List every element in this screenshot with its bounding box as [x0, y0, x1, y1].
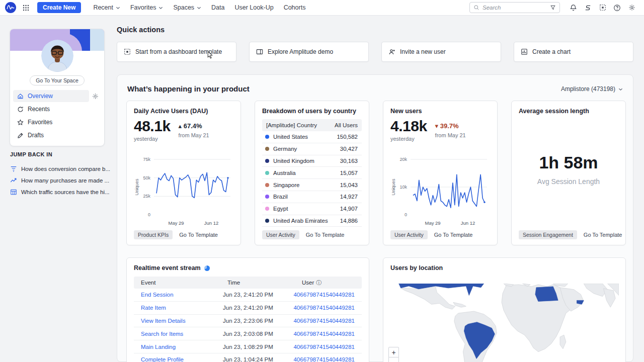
overview-settings-gear-icon[interactable]	[89, 93, 101, 100]
journeys-path-icon[interactable]	[581, 4, 595, 12]
quick-action-start-from-a-dashboard-template[interactable]: Start from a dashboard template	[117, 42, 236, 62]
event-link[interactable]: View Item Details	[141, 318, 223, 324]
svg-text:Jun 12: Jun 12	[204, 220, 219, 226]
chevron-down-icon	[116, 7, 120, 10]
country-go-to-template-link[interactable]: Go To Template	[306, 232, 345, 238]
chart-icon	[521, 48, 528, 55]
dau-tag[interactable]: Product KPIs	[134, 230, 173, 239]
profile-card: Go To Your Space OverviewRecentsFavorite…	[10, 29, 105, 146]
quick-action-invite-a-new-user[interactable]: Invite a new user	[381, 42, 501, 62]
jump-back-item[interactable]: Which traffic sources have the hi...	[10, 186, 110, 198]
nav-item-favorites[interactable]: Favorites	[125, 0, 168, 16]
nav-item-spaces[interactable]: Spaces	[168, 0, 206, 16]
nav-item-cohorts[interactable]: Cohorts	[279, 0, 311, 16]
dau-card: Daily Active Users (DAU) 48.1k yesterday…	[126, 101, 241, 245]
svg-text:0: 0	[148, 212, 150, 217]
create-new-button[interactable]: Create New	[37, 2, 81, 13]
sidebar-item-overview[interactable]: Overview	[13, 90, 89, 102]
product-overview-panel: What’s happening in your product Amplist…	[117, 74, 633, 362]
sidebar-item-drafts[interactable]: Drafts	[13, 129, 101, 141]
country-row: Brazil14,927	[262, 191, 362, 203]
dau-delta-caption: from May 21	[179, 132, 209, 138]
recents-icon	[17, 106, 24, 113]
world-map[interactable]	[390, 284, 619, 362]
event-link[interactable]: Main Landing	[141, 344, 223, 350]
event-link[interactable]: End Session	[141, 292, 223, 298]
avatar[interactable]	[41, 40, 73, 72]
new-users-tag[interactable]: User Activity	[390, 230, 428, 239]
country-tag[interactable]: User Activity	[262, 230, 299, 239]
line-chart-icon	[10, 177, 17, 184]
session-length-value: 1h 58m	[519, 153, 618, 172]
notifications-bell-icon[interactable]	[566, 4, 581, 12]
app-grid-icon[interactable]	[19, 5, 32, 11]
chevron-down-icon	[618, 88, 623, 91]
nav-item-recent[interactable]: Recent	[88, 0, 125, 16]
session-card-title: Average session length	[519, 108, 618, 115]
new-users-sparkline-chart: 010k20kMay 29Jun 12Uniques	[390, 153, 491, 229]
map-zoom-in-button[interactable]: +	[388, 347, 399, 357]
event-time: Jun 23, 1:04:24 PM	[223, 356, 293, 362]
new-users-value-caption: yesterday	[390, 136, 427, 142]
event-table-row: End SessionJun 23, 2:41:20 PM40667987415…	[134, 289, 362, 302]
search-box[interactable]	[469, 2, 560, 13]
users-by-location-card: Users by location	[383, 257, 626, 362]
new-users-card-title: New users	[390, 108, 490, 115]
event-user-link[interactable]: 4066798741540449281	[293, 292, 355, 298]
map-india-fragment	[604, 289, 616, 307]
amplitude-logo-icon[interactable]	[5, 2, 16, 13]
session-go-to-template-link[interactable]: Go To Template	[584, 232, 622, 238]
search-filter-funnel-icon[interactable]	[550, 5, 556, 11]
info-icon[interactable]: ⓘ	[316, 280, 321, 286]
quick-action-explore-amplitude-demo[interactable]: Explore Amplitude demo	[249, 42, 369, 62]
country-color-dot	[265, 207, 269, 211]
event-user-link[interactable]: 4066798741540449281	[293, 331, 355, 337]
country-row: United States150,582	[262, 131, 362, 143]
nav-item-user-look-up[interactable]: User Look-Up	[230, 0, 279, 16]
jump-back-item[interactable]: How does conversion compare b...	[10, 163, 110, 174]
help-circle-icon[interactable]	[610, 4, 624, 12]
go-to-your-space-button[interactable]: Go To Your Space	[30, 75, 84, 85]
svg-text:20k: 20k	[399, 157, 407, 162]
new-users-delta: ▾ 39.7%	[435, 122, 466, 130]
chevron-down-icon	[197, 7, 201, 10]
event-user-link[interactable]: 4066798741540449281	[293, 305, 355, 311]
event-link[interactable]: Complete Profile	[141, 356, 223, 362]
settings-gear-icon[interactable]	[624, 4, 639, 11]
jump-back-item[interactable]: How many purchases are made ...	[10, 174, 110, 186]
svg-text:Jun 12: Jun 12	[461, 220, 475, 226]
event-time: Jun 23, 2:41:20 PM	[223, 305, 293, 311]
search-input[interactable]	[482, 5, 547, 11]
event-user-link[interactable]: 4066798741540449281	[293, 356, 355, 362]
event-link[interactable]: Rate Item	[141, 305, 223, 311]
browser-icon	[256, 48, 263, 55]
country-row: United Kingdom30,163	[262, 155, 362, 167]
sidebar-item-recents[interactable]: Recents	[13, 103, 101, 115]
session-tag[interactable]: Session Engagement	[519, 230, 577, 239]
realtime-event-stream-card: Realtime event stream Event Time Userⓘ E…	[126, 257, 369, 362]
country-card-title: Breakdown of users by country	[262, 108, 362, 115]
country-row: Singapore15,043	[262, 179, 362, 191]
dau-value-caption: yesterday	[134, 136, 171, 142]
country-table-header: [Amplitude] CountryAll Users	[262, 119, 362, 131]
templates-dashed-square-icon[interactable]	[595, 4, 610, 11]
realtime-title: Realtime event stream	[134, 264, 201, 272]
country-color-dot	[265, 135, 269, 139]
nav-item-data[interactable]: Data	[206, 0, 229, 16]
svg-text:May 29: May 29	[169, 220, 184, 226]
sidebar-row-drafts: Drafts	[13, 129, 101, 142]
svg-text:Uniques: Uniques	[391, 178, 396, 196]
sidebar-item-favorites[interactable]: Favorites	[13, 116, 101, 128]
dau-delta: ▴ 67.4%	[179, 122, 209, 130]
event-link[interactable]: Search for Items	[141, 331, 223, 337]
country-color-dot	[265, 171, 269, 175]
new-users-go-to-template-link[interactable]: Go To Template	[434, 232, 473, 238]
event-table-row: Search for ItemsJun 23, 2:03:08 PM406679…	[134, 327, 362, 340]
project-selector[interactable]: Amplistore (473198)	[561, 85, 623, 93]
event-user-link[interactable]: 4066798741540449281	[293, 318, 355, 324]
event-user-link[interactable]: 4066798741540449281	[293, 344, 355, 350]
new-users-value: 4.18k	[390, 118, 427, 134]
map-zoom-out-button[interactable]	[388, 357, 399, 362]
dau-go-to-template-link[interactable]: Go To Template	[179, 232, 218, 238]
quick-action-create-a-chart[interactable]: Create a chart	[514, 42, 633, 62]
